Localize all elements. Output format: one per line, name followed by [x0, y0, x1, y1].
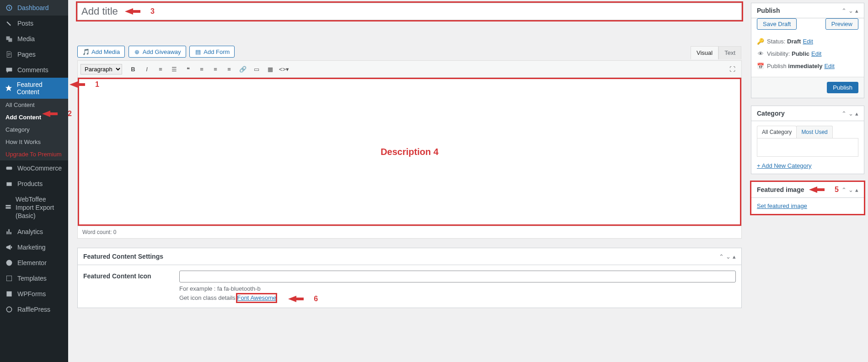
elementor-icon	[5, 258, 14, 267]
sidebar-item-media[interactable]: Media	[0, 31, 68, 47]
add-form-button[interactable]: ▤Add Form	[189, 46, 235, 58]
analytics-icon	[5, 227, 14, 236]
move-down-icon[interactable]: ⌄	[848, 7, 853, 14]
sidebar-label: Templates	[17, 275, 47, 282]
toggle-icon[interactable]: ▴	[733, 253, 736, 260]
move-up-icon[interactable]: ⌃	[841, 110, 847, 117]
align-center-button[interactable]: ≡	[209, 63, 222, 75]
sidebar-submenu: All Content Add Content Category How It …	[0, 99, 68, 160]
preview-button[interactable]: Preview	[825, 18, 858, 30]
move-down-icon[interactable]: ⌄	[848, 110, 853, 117]
quote-button[interactable]: ❝	[182, 63, 194, 75]
media-buttons: 🎵Add Media ⊕Add Giveaway ▤Add Form	[77, 46, 742, 58]
number-list-button[interactable]: ☰	[168, 63, 181, 75]
sidebar-item-wpforms[interactable]: WPForms	[0, 286, 68, 302]
sidebar-item-posts[interactable]: Posts	[0, 16, 68, 31]
link-button[interactable]: 🔗	[236, 63, 249, 75]
templates-icon	[5, 274, 14, 283]
italic-button[interactable]: I	[140, 63, 153, 75]
sidebar-item-woocommerce[interactable]: WooCommerce	[0, 160, 68, 176]
rafflepress-icon	[5, 305, 14, 314]
submenu-category[interactable]: Category	[0, 123, 68, 136]
align-right-button[interactable]: ≡	[223, 63, 236, 75]
wpforms-icon	[5, 289, 14, 298]
sidebar-item-dashboard[interactable]: Dashboard	[0, 0, 68, 16]
readmore-button[interactable]: ▭	[250, 63, 263, 75]
bold-button[interactable]: B	[127, 63, 139, 75]
sidebar-item-analytics[interactable]: Analytics	[0, 224, 68, 240]
align-left-button[interactable]: ≡	[195, 63, 208, 75]
comment-icon	[5, 65, 14, 75]
category-box: Category ⌃ ⌄ ▴ All Category Most Used + …	[751, 106, 864, 174]
add-category-link[interactable]: + Add New Category	[757, 162, 812, 169]
publish-box: Publish ⌃ ⌄ ▴ Save Draft Preview 🔑 Statu…	[751, 3, 864, 98]
add-media-button[interactable]: 🎵Add Media	[77, 46, 125, 58]
toggle-icon[interactable]: ▴	[855, 110, 858, 117]
icon-example: For example : fa fa-bluetooth-b	[179, 285, 261, 292]
sidebar-item-rafflepress[interactable]: RafflePress	[0, 302, 68, 317]
bullet-list-button[interactable]: ≡	[154, 63, 167, 75]
editor-content-area[interactable]: Description 4	[78, 78, 741, 226]
sidebar-label: Elementor	[17, 259, 47, 266]
move-down-icon[interactable]: ⌄	[848, 186, 853, 193]
edit-visibility-link[interactable]: Edit	[811, 50, 821, 57]
pin-icon	[5, 19, 14, 28]
edit-status-link[interactable]: Edit	[803, 38, 813, 45]
category-list	[757, 138, 858, 157]
edit-schedule-link[interactable]: Edit	[824, 63, 834, 69]
move-up-icon[interactable]: ⌃	[719, 253, 724, 260]
sidebar-item-marketing[interactable]: Marketing	[0, 240, 68, 255]
sidebar-item-pages[interactable]: Pages	[0, 47, 68, 62]
sidebar-item-comments[interactable]: Comments	[0, 62, 68, 78]
publish-button[interactable]: Publish	[827, 82, 858, 93]
category-title: Category	[757, 110, 785, 117]
main-content: 3 🎵Add Media ⊕Add Giveaway ▤Add Form Vis…	[68, 0, 751, 362]
sidebar-label: Analytics	[17, 228, 43, 235]
sidebar-item-elementor[interactable]: Elementor	[0, 255, 68, 271]
move-up-icon[interactable]: ⌃	[841, 7, 847, 14]
all-category-tab[interactable]: All Category	[757, 126, 797, 138]
table-button[interactable]: ▦	[264, 63, 277, 75]
tab-visual[interactable]: Visual	[691, 46, 718, 59]
tab-text[interactable]: Text	[718, 46, 741, 59]
submenu-how-it-works[interactable]: How It Works	[0, 136, 68, 148]
sidebar-label: Featured Content	[17, 81, 64, 96]
sidebar-item-templates[interactable]: Templates	[0, 271, 68, 286]
move-down-icon[interactable]: ⌄	[726, 253, 731, 260]
svg-rect-3	[6, 276, 11, 281]
fullscreen-button[interactable]: ⛶	[726, 63, 739, 75]
toggle-icon[interactable]: ▴	[855, 7, 858, 14]
set-featured-image-link[interactable]: Set featured image	[757, 202, 807, 209]
toggle-icon[interactable]: ▴	[855, 186, 858, 193]
icon-input[interactable]	[179, 271, 736, 282]
add-giveaway-button[interactable]: ⊕Add Giveaway	[129, 46, 186, 58]
media-icon	[5, 34, 14, 43]
submenu-all-content[interactable]: All Content	[0, 99, 68, 111]
svg-rect-4	[6, 291, 11, 296]
sidebar-item-products[interactable]: Products	[0, 176, 68, 192]
move-up-icon[interactable]: ⌃	[841, 186, 847, 193]
import-icon	[5, 203, 12, 212]
sidebar-item-webtoffee[interactable]: WebToffee Import Export (Basic)	[0, 192, 68, 224]
key-icon: 🔑	[757, 38, 764, 45]
form-icon: ▤	[194, 48, 202, 55]
word-count: Word count: 0	[78, 226, 741, 238]
sidebar-label: Comments	[17, 66, 48, 74]
svg-rect-0	[6, 167, 12, 170]
title-input[interactable]	[77, 3, 742, 20]
sidebar-label: RafflePress	[17, 306, 50, 313]
save-draft-button[interactable]: Save Draft	[757, 18, 797, 30]
paragraph-select[interactable]: Paragraph	[80, 64, 122, 75]
sidebar-label: WPForms	[17, 290, 46, 298]
submenu-add-content[interactable]: Add Content	[0, 111, 68, 123]
code-button[interactable]: <>▾	[278, 63, 290, 75]
giveaway-icon: ⊕	[134, 48, 141, 55]
admin-sidebar: Dashboard Posts Media Pages Comments Fea…	[0, 0, 68, 362]
submenu-upgrade[interactable]: Upgrade To Premium	[0, 148, 68, 160]
sidebar-label: Posts	[17, 20, 33, 27]
svg-rect-1	[6, 182, 11, 186]
dashboard-icon	[5, 3, 14, 12]
sidebar-item-featured-content[interactable]: Featured Content	[0, 78, 68, 99]
font-awesome-link[interactable]: Font Awesome	[237, 294, 276, 301]
most-used-tab[interactable]: Most Used	[796, 126, 832, 138]
